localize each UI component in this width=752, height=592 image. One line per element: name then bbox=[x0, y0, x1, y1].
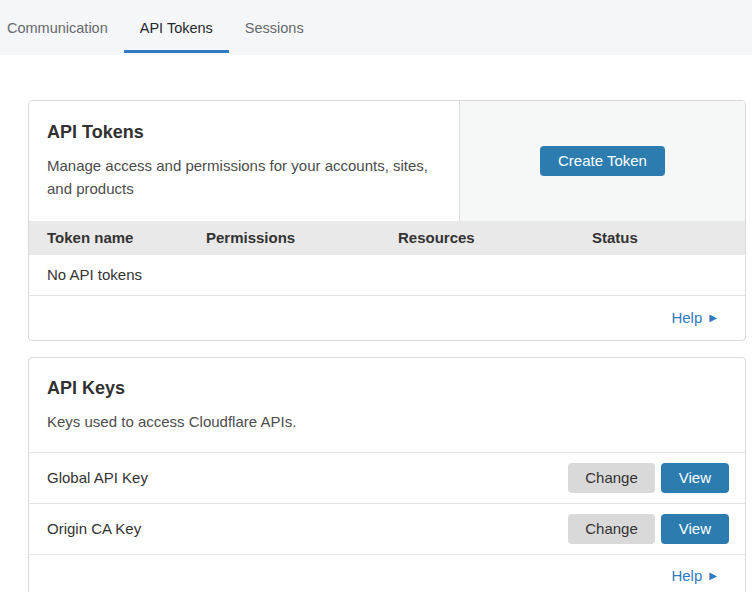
api-keys-description: Keys used to access Cloudflare APIs. bbox=[47, 410, 727, 433]
tokens-empty-row: No API tokens bbox=[29, 255, 745, 296]
column-header-token-name: Token name bbox=[47, 229, 206, 246]
api-tokens-card-footer: Help ▶ bbox=[29, 296, 745, 340]
change-origin-ca-key-button[interactable]: Change bbox=[568, 514, 655, 544]
api-keys-title: API Keys bbox=[47, 378, 727, 399]
api-tokens-card: API Tokens Manage access and permissions… bbox=[28, 100, 746, 341]
api-key-row-origin-ca: Origin CA Key Change View bbox=[29, 504, 745, 555]
api-tokens-title: API Tokens bbox=[47, 122, 429, 143]
tokens-table-header: Token name Permissions Resources Status bbox=[29, 221, 745, 255]
tab-sessions[interactable]: Sessions bbox=[229, 0, 320, 55]
tokens-empty-message: No API tokens bbox=[47, 266, 142, 283]
create-token-button[interactable]: Create Token bbox=[540, 146, 665, 176]
tab-sessions-label: Sessions bbox=[245, 20, 304, 36]
api-keys-card: API Keys Keys used to access Cloudflare … bbox=[28, 357, 746, 592]
page-content: API Tokens Manage access and permissions… bbox=[0, 55, 752, 592]
api-tokens-card-header-text: API Tokens Manage access and permissions… bbox=[29, 101, 460, 221]
api-tokens-card-header: API Tokens Manage access and permissions… bbox=[29, 101, 745, 221]
api-key-row-global: Global API Key Change View bbox=[29, 453, 745, 504]
tab-api-tokens[interactable]: API Tokens bbox=[124, 0, 229, 55]
api-tokens-help-label: Help bbox=[671, 309, 702, 326]
profile-tab-bar: Communication API Tokens Sessions bbox=[0, 0, 752, 55]
api-key-actions-global: Change View bbox=[568, 463, 729, 493]
api-key-name-origin-ca: Origin CA Key bbox=[47, 520, 568, 537]
api-keys-help-link[interactable]: Help ▶ bbox=[671, 567, 717, 584]
tab-communication[interactable]: Communication bbox=[7, 0, 124, 55]
api-keys-card-footer: Help ▶ bbox=[29, 555, 745, 592]
api-key-actions-origin-ca: Change View bbox=[568, 514, 729, 544]
view-origin-ca-key-button[interactable]: View bbox=[661, 514, 729, 544]
tab-communication-label: Communication bbox=[7, 20, 108, 36]
view-global-api-key-button[interactable]: View bbox=[661, 463, 729, 493]
active-tab-underline bbox=[124, 50, 229, 53]
api-keys-help-label: Help bbox=[671, 567, 702, 584]
help-arrow-icon: ▶ bbox=[709, 312, 717, 323]
column-header-resources: Resources bbox=[398, 229, 592, 246]
api-tokens-description: Manage access and permissions for your a… bbox=[47, 154, 429, 201]
api-key-name-global: Global API Key bbox=[47, 469, 568, 486]
column-header-status: Status bbox=[592, 229, 745, 246]
api-keys-card-header: API Keys Keys used to access Cloudflare … bbox=[29, 358, 745, 453]
tab-api-tokens-label: API Tokens bbox=[140, 20, 213, 36]
change-global-api-key-button[interactable]: Change bbox=[568, 463, 655, 493]
column-header-permissions: Permissions bbox=[206, 229, 398, 246]
api-tokens-help-link[interactable]: Help ▶ bbox=[671, 309, 717, 326]
api-tokens-card-action-panel: Create Token bbox=[460, 101, 745, 221]
help-arrow-icon: ▶ bbox=[709, 570, 717, 581]
